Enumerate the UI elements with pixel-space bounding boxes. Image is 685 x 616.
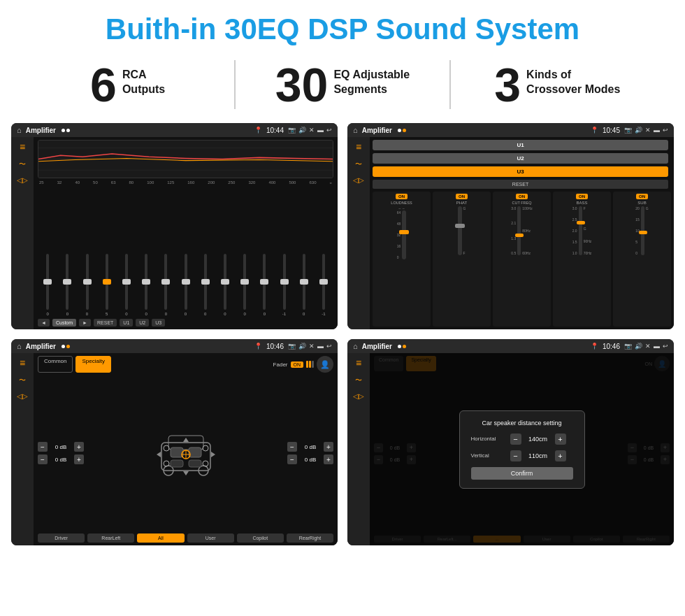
slider-6[interactable]: 0	[138, 254, 154, 316]
crossover-home-icon[interactable]: ⌂	[17, 342, 22, 350]
slider-5[interactable]: 0	[118, 254, 135, 316]
stat-eq: 30 EQ AdjustableSegments	[243, 61, 442, 108]
amp-sidebar: ≡ 〜 ◁▷	[347, 137, 370, 329]
svg-marker-18	[211, 452, 215, 457]
vertical-plus[interactable]: +	[555, 450, 566, 461]
amp-sidebar-icon-1[interactable]: ≡	[356, 141, 361, 152]
slider-1[interactable]: 0	[39, 254, 56, 316]
slider-12[interactable]: 0	[256, 254, 273, 316]
db1-minus[interactable]: −	[38, 442, 48, 452]
driver-btn[interactable]: Driver	[38, 533, 85, 543]
user-btn[interactable]: User	[187, 533, 234, 543]
crossover-sidebar-icon-2[interactable]: 〜	[19, 375, 26, 385]
distance-back-icon[interactable]: ↩	[663, 343, 668, 350]
channel-phat: ON PHAT GF	[433, 192, 491, 327]
custom-button[interactable]: Custom	[52, 319, 76, 327]
crossover-back-icon[interactable]: ↩	[326, 343, 332, 350]
preset-u1[interactable]: U1	[373, 140, 668, 150]
slider-7[interactable]: 0	[157, 254, 174, 316]
crossover-screen: ⌂ Amplifier 📍 10:46 📷 🔊 ✕ ▬ ↩ ≡ 〜 ◁▷	[11, 339, 338, 545]
dot-2	[66, 129, 70, 132]
amp-sidebar-icon-3[interactable]: ◁▷	[353, 176, 364, 184]
ch-phat-on[interactable]: ON	[456, 194, 468, 199]
home-icon[interactable]: ⌂	[17, 126, 22, 134]
db3-plus[interactable]: +	[324, 442, 333, 452]
distance-dot-1	[398, 345, 401, 348]
horizontal-plus[interactable]: +	[555, 434, 566, 445]
crossover-volume-icon: 🔊	[298, 343, 306, 350]
vertical-minus[interactable]: −	[510, 450, 521, 461]
slider-3[interactable]: 0	[78, 254, 95, 316]
horizontal-minus[interactable]: −	[510, 434, 521, 445]
ch-cutfreq-on[interactable]: ON	[516, 194, 528, 199]
amp-home-icon[interactable]: ⌂	[353, 126, 358, 134]
slider-14[interactable]: 0	[296, 254, 312, 316]
u1-button[interactable]: U1	[120, 319, 133, 327]
distance-main: Common Specialty ON 👤 − 0 dB +	[370, 353, 674, 545]
slider-8[interactable]: 0	[177, 254, 194, 316]
back-icon[interactable]: ↩	[326, 127, 332, 134]
crossover-close-icon[interactable]: ✕	[309, 343, 315, 350]
tab-specialty[interactable]: Specialty	[75, 356, 110, 373]
amp-close-icon[interactable]: ✕	[645, 127, 651, 134]
slider-11[interactable]: 0	[236, 254, 253, 316]
distance-home-icon[interactable]: ⌂	[353, 342, 358, 350]
amp-minimize-icon[interactable]: ▬	[654, 127, 660, 134]
db3-minus[interactable]: −	[287, 442, 297, 452]
preset-u3[interactable]: U3	[373, 166, 668, 177]
eq-sidebar-icon-2[interactable]: 〜	[19, 159, 26, 169]
volume-icon: 🔊	[298, 127, 306, 134]
db2-minus[interactable]: −	[38, 454, 48, 464]
slider-2[interactable]: 0	[59, 254, 75, 316]
rearright-btn[interactable]: RearRight	[287, 533, 333, 543]
db4-plus[interactable]: +	[324, 454, 333, 464]
slider-9[interactable]: 0	[197, 254, 214, 316]
slider-10[interactable]: 0	[217, 254, 233, 316]
prev-button[interactable]: ◄	[38, 319, 50, 327]
u2-button[interactable]: U2	[136, 319, 149, 327]
crossover-sidebar-icon-3[interactable]: ◁▷	[17, 392, 28, 400]
tab-common[interactable]: Common	[38, 356, 73, 373]
db2-plus[interactable]: +	[74, 454, 84, 464]
settings-icon[interactable]: 👤	[317, 356, 333, 373]
db-row-3: − 0 dB +	[287, 442, 333, 452]
copilot-btn[interactable]: Copilot	[237, 533, 284, 543]
ch-bass-on[interactable]: ON	[576, 194, 588, 199]
ch-sub-on[interactable]: ON	[636, 194, 648, 199]
crossover-sidebar-icon-1[interactable]: ≡	[20, 357, 25, 368]
close-icon[interactable]: ✕	[309, 127, 315, 134]
distance-sidebar-icon-1[interactable]: ≡	[356, 357, 361, 368]
rearleft-btn[interactable]: RearLeft	[87, 533, 134, 543]
distance-sidebar-icon-2[interactable]: 〜	[355, 375, 362, 385]
slider-15[interactable]: -1	[315, 254, 332, 316]
amp-reset[interactable]: RESET	[373, 180, 668, 189]
db1-plus[interactable]: +	[74, 442, 84, 452]
play-button[interactable]: ►	[79, 319, 91, 327]
minimize-icon[interactable]: ▬	[317, 127, 324, 134]
confirm-button[interactable]: Confirm	[471, 467, 573, 480]
reset-button[interactable]: RESET	[94, 319, 117, 327]
crossover-time: 10:46	[266, 343, 284, 350]
eq-sidebar-icon-3[interactable]: ◁▷	[17, 176, 28, 184]
distance-close-icon[interactable]: ✕	[645, 343, 651, 350]
preset-u2[interactable]: U2	[373, 153, 668, 164]
crossover-body: − 0 dB + − 0 dB +	[38, 377, 333, 529]
distance-minimize-icon[interactable]: ▬	[654, 343, 660, 350]
amp-sidebar-icon-2[interactable]: 〜	[355, 159, 362, 169]
amp-status-icons: 📷 🔊 ✕ ▬ ↩	[624, 127, 668, 134]
slider-13[interactable]: -1	[275, 254, 292, 316]
ch-loudness-on[interactable]: ON	[396, 194, 408, 199]
svg-marker-15	[183, 438, 189, 442]
eq-sidebar-icon-1[interactable]: ≡	[20, 141, 25, 152]
u3-button[interactable]: U3	[152, 319, 165, 327]
all-btn[interactable]: All	[137, 533, 184, 543]
db4-minus[interactable]: −	[287, 454, 297, 464]
amp-back-icon[interactable]: ↩	[663, 127, 668, 134]
amp-location-icon: 📍	[591, 127, 598, 134]
fader-on[interactable]: ON	[291, 361, 304, 368]
distance-sidebar-icon-3[interactable]: ◁▷	[353, 392, 364, 400]
distance-camera-icon: 📷	[624, 343, 632, 350]
slider-4[interactable]: 5	[99, 254, 115, 316]
distance-location-icon: 📍	[591, 343, 598, 350]
crossover-minimize-icon[interactable]: ▬	[317, 343, 324, 350]
